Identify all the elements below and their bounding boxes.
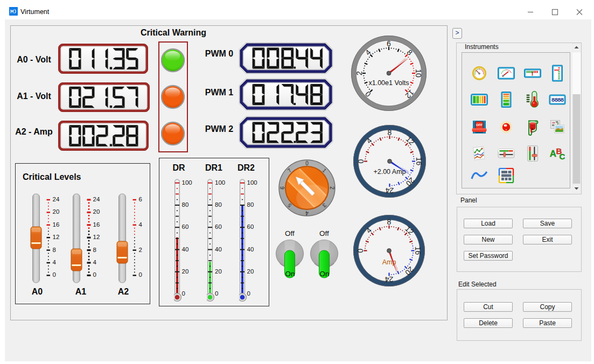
svg-text:0: 0 (356, 248, 365, 253)
svg-text:2: 2 (329, 186, 335, 190)
svg-text:16: 16 (414, 247, 422, 255)
svg-text:x1.00e1 Volts: x1.00e1 Volts (368, 79, 409, 87)
svg-text:C: C (560, 152, 565, 161)
svg-text:On: On (285, 270, 295, 278)
svg-text:8: 8 (387, 218, 392, 226)
svg-text:0: 0 (305, 160, 309, 166)
svg-text:On: On (319, 270, 329, 278)
svg-text:OFF: OFF (476, 123, 483, 127)
svg-text:8: 8 (388, 128, 392, 137)
svg-text:24: 24 (386, 186, 394, 195)
svg-text:10: 10 (414, 69, 423, 78)
svg-text:6: 6 (279, 186, 285, 190)
svg-text:8888: 8888 (551, 97, 564, 103)
svg-text:4: 4 (305, 210, 309, 216)
svg-text:6: 6 (387, 39, 391, 48)
svg-text:2: 2 (355, 71, 364, 75)
svg-text:0: 0 (357, 159, 365, 163)
svg-text:A: A (550, 149, 556, 159)
svg-text:16: 16 (415, 157, 423, 166)
svg-text:24: 24 (385, 275, 394, 284)
